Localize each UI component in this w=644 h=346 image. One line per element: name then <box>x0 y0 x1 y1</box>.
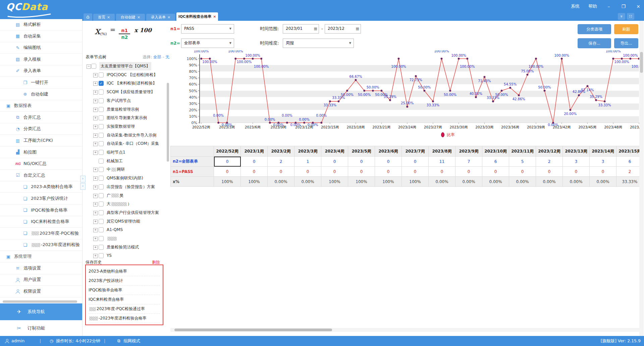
data-point[interactable] <box>423 90 425 92</box>
expand-icon[interactable]: + <box>93 90 98 95</box>
tree-node-label[interactable]: 自动采集- 串口（COM）采集 <box>107 139 159 148</box>
checkbox[interactable] <box>99 115 104 120</box>
history-item[interactable]: IQC来料检查合格率 <box>89 295 160 304</box>
table-cell[interactable]: 0 <box>375 157 402 167</box>
main-vertical-scrollbar[interactable] <box>639 21 644 336</box>
tree-node[interactable]: +YS <box>84 251 170 259</box>
tree-node[interactable]: +实验室数据管理 <box>84 122 170 131</box>
sidebar-item[interactable]: ≡选项设置 <box>0 263 82 274</box>
table-cell[interactable]: 0.00% <box>536 177 563 187</box>
table-cell[interactable]: 0 <box>455 167 482 177</box>
data-point[interactable] <box>458 58 460 60</box>
tab-close-icon[interactable]: × <box>213 14 216 19</box>
tab-home[interactable]: ⌂ <box>84 13 92 21</box>
tab-close-icon[interactable]: × <box>107 15 110 19</box>
history-item[interactable]: IPQC检验单合格率 <box>89 285 160 295</box>
tree-node-label[interactable]: 实验室数据管理 <box>107 122 135 131</box>
expand-icon[interactable]: + <box>93 73 98 77</box>
data-point[interactable] <box>535 58 537 60</box>
checkbox[interactable] <box>99 141 104 146</box>
expand-icon[interactable]: + <box>93 133 98 138</box>
tree-node-label[interactable]: 质量检验简洁模式 <box>107 243 139 251</box>
checkbox[interactable] <box>99 184 104 189</box>
sidebar-item[interactable]: ✐录入表单 <box>0 65 82 77</box>
checkbox[interactable] <box>99 90 104 95</box>
expand-icon[interactable]: + <box>93 99 98 103</box>
table-cell[interactable]: 0.00% <box>590 177 616 187</box>
tab-item[interactable]: 录入表单× <box>146 14 175 21</box>
collapse-tab-list-button[interactable]: » <box>618 13 625 20</box>
sidebar-item[interactable]: ☑自定义汇总 <box>0 170 82 181</box>
data-point[interactable] <box>269 122 271 124</box>
n2-select[interactable]: 全部表单 ▼ <box>181 39 234 48</box>
data-point[interactable] <box>329 101 331 103</box>
data-point[interactable] <box>432 101 434 103</box>
sidebar-item[interactable]: ▧录入模板 <box>0 54 82 65</box>
checkbox[interactable] <box>91 64 96 69</box>
sidebar-nav-custom[interactable]: ✂订制功能 <box>0 320 82 336</box>
tree-node-label[interactable]: 客户试用节点 <box>107 97 131 105</box>
data-point[interactable] <box>449 90 451 92</box>
table-cell[interactable]: 2 <box>536 157 563 167</box>
table-cell[interactable]: 11 <box>429 157 455 167</box>
table-cell[interactable]: 0 <box>321 167 348 177</box>
calendar-icon[interactable]: ▦ <box>314 24 317 33</box>
tree-node[interactable]: +其它QMS管理功能 <box>84 217 170 226</box>
history-item[interactable]: 2023-A类物料合格率 <box>89 267 160 276</box>
tree-node-label[interactable] <box>107 234 117 243</box>
data-point[interactable] <box>406 106 408 108</box>
data-point[interactable] <box>518 94 520 96</box>
tree-node-label[interactable]: IPQC|OQC 【过程检|终检】 <box>107 71 158 79</box>
tree-node[interactable]: +广昊 <box>84 191 170 200</box>
tab-item[interactable]: 自动创建× <box>116 14 145 21</box>
tree-node[interactable]: +大） <box>84 200 170 208</box>
sidebar-item[interactable]: ❏IPQC检验单合格率 <box>0 205 82 216</box>
sidebar-item[interactable]: NGNG/OK汇总 <box>0 158 82 170</box>
data-point[interactable] <box>286 122 288 124</box>
expand-icon[interactable]: + <box>93 168 98 172</box>
sidebar-item[interactable]: ▣数据报表 <box>0 100 82 112</box>
sidebar-item[interactable]: 权限设置 <box>0 286 82 297</box>
history-item[interactable]: -2023年度进料检验合格率 <box>89 313 160 323</box>
table-cell[interactable]: 0 <box>402 157 429 167</box>
table-cell[interactable]: 0 <box>241 157 268 167</box>
tree-node-label[interactable]: 图纸引导测量方案示例 <box>107 114 147 122</box>
checkbox[interactable] <box>99 133 104 138</box>
data-point[interactable] <box>252 58 254 60</box>
table-cell[interactable]: 0 <box>375 167 402 177</box>
tree-node-label[interactable]: 其它QMS管理功能 <box>107 217 140 226</box>
category-options-button[interactable]: 分类选项 <box>578 24 611 34</box>
date-to-input[interactable]: 2023/12 ▦ <box>325 24 361 34</box>
table-cell[interactable]: 100% <box>321 177 348 187</box>
data-point[interactable] <box>604 101 606 103</box>
table-cell[interactable]: 3 <box>590 157 616 167</box>
data-point[interactable] <box>501 90 503 92</box>
data-point[interactable] <box>561 58 563 60</box>
tree-node[interactable]: −太友质量管理平台【QMS】 <box>84 62 170 70</box>
table-cell[interactable]: 100% <box>375 177 402 187</box>
sidebar-item[interactable]: ❏2023客户投诉统计 <box>0 193 82 205</box>
tree-node-label[interactable]: YS <box>107 251 112 259</box>
data-point[interactable] <box>389 99 391 101</box>
table-cell[interactable]: 0.00% <box>509 177 536 187</box>
expand-icon[interactable]: + <box>93 176 98 181</box>
tree-node[interactable]: + <box>84 234 170 243</box>
table-cell[interactable]: 100% <box>402 177 429 187</box>
expand-icon[interactable]: + <box>93 116 98 120</box>
table-cell[interactable]: 0 <box>429 167 455 177</box>
table-cell[interactable]: 100% <box>348 177 375 187</box>
data-point[interactable] <box>630 58 632 60</box>
data-point[interactable] <box>217 122 219 124</box>
sidebar-item[interactable]: ▣系统管理 <box>0 251 82 263</box>
table-cell[interactable]: 0 <box>563 167 590 177</box>
tree-node[interactable]: +IPQC|OQC 【过程检|终检】 <box>84 71 170 79</box>
checkbox[interactable] <box>99 167 104 172</box>
table-cell[interactable]: 0.00% <box>455 177 482 187</box>
table-cell[interactable]: 0 <box>402 167 429 177</box>
expand-icon[interactable]: + <box>93 151 98 155</box>
tree-node-label[interactable]: SCQM【供应链质量管理】 <box>107 88 155 96</box>
tree-node[interactable]: +质量巡检管理示例 <box>84 105 170 114</box>
table-cell[interactable]: 0 <box>214 167 241 177</box>
tree-node[interactable]: +SCQM【供应链质量管理】 <box>84 88 170 96</box>
data-point[interactable] <box>320 122 322 124</box>
